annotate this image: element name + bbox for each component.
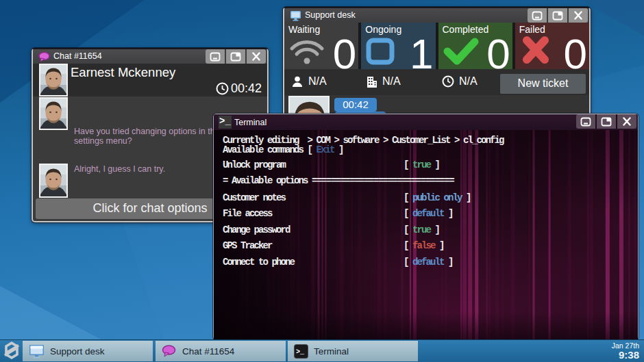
- svg-text:>_: >_: [296, 348, 305, 356]
